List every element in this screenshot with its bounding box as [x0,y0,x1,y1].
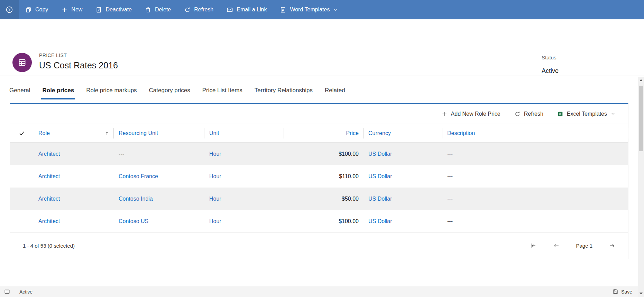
copy-button[interactable]: Copy [19,0,55,19]
delete-button[interactable]: Delete [138,0,177,19]
refresh-label: Refresh [194,7,213,13]
new-label: New [71,7,82,13]
column-header-resourcing-unit[interactable]: Resourcing Unit [114,124,204,142]
status-block: Status Active [542,55,559,75]
email-a-link-label: Email a Link [237,7,267,13]
grid-refresh-button[interactable]: Refresh [507,104,550,124]
word-templates-label: Word Templates [290,7,330,13]
entity-type-label: PRICE LIST [39,52,118,58]
role-link[interactable]: Architect [38,173,60,179]
jump-to-first-icon [530,242,537,249]
role-link[interactable]: Architect [38,196,60,202]
grid-toolbar: Add New Role Price Refresh Excel Templat… [10,104,628,124]
table-row[interactable]: Architect Contoso France Hour $110.00 US… [10,165,628,188]
scroll-down-button[interactable] [638,290,644,297]
chevron-down-icon [610,111,616,116]
form-state-icon [0,289,15,295]
currency-link[interactable]: US Dollar [368,151,392,157]
arrow-left-icon [553,242,560,249]
expand-command-bar-button[interactable] [0,0,19,19]
tab-related[interactable]: Related [325,84,345,99]
new-button[interactable]: New [55,0,89,19]
command-bar: Copy New Deactivate Delete Refresh Email… [0,0,644,19]
excel-templates-button[interactable]: Excel Templates [550,104,623,124]
first-page-button[interactable] [530,242,537,249]
price-list-entity-icon [12,53,32,72]
record-count: 1 - 4 of 53 (0 selected) [23,243,75,249]
word-templates-button[interactable]: Word Templates [273,0,345,19]
resourcing-unit-link[interactable]: Contoso US [119,218,148,224]
status-field-label: Status [542,55,559,60]
unit-link[interactable]: Hour [209,173,221,179]
tab-category-prices[interactable]: Category prices [149,84,190,99]
save-label: Save [621,289,632,295]
add-new-role-price-label: Add New Role Price [451,111,500,117]
currency-link[interactable]: US Dollar [368,196,392,202]
price-cell: $100.00 [284,151,364,157]
role-link[interactable]: Architect [38,218,60,224]
table-row[interactable]: Architect --- Hour $100.00 US Dollar --- [10,143,628,165]
record-state-text: Active [15,289,33,295]
role-link[interactable]: Architect [38,151,60,157]
grid-footer: 1 - 4 of 53 (0 selected) Page 1 [10,232,628,259]
scroll-up-button[interactable] [638,77,644,84]
previous-page-button[interactable] [553,242,560,249]
scrollbar-thumb[interactable] [639,86,643,151]
column-header-description[interactable]: Description [442,124,628,142]
column-header-role[interactable]: Role [34,124,114,142]
tab-price-list-items[interactable]: Price List Items [202,84,242,99]
tab-general[interactable]: General [9,84,30,99]
sort-ascending-icon [104,131,110,136]
deactivate-icon [95,7,102,13]
envelope-icon [227,7,233,13]
column-header-unit[interactable]: Unit [204,124,284,142]
vertical-scrollbar[interactable] [638,77,644,297]
status-bar: Active Save [0,286,644,297]
excel-templates-label: Excel Templates [567,111,607,117]
tab-role-prices[interactable]: Role prices [42,84,74,99]
price-cell: $50.00 [284,196,364,202]
copy-icon [25,7,32,13]
role-prices-grid: Add New Role Price Refresh Excel Templat… [10,103,628,259]
tab-role-price-markups[interactable]: Role price markups [86,84,137,99]
deactivate-button[interactable]: Deactivate [89,0,138,19]
plus-icon [61,7,68,13]
table-row[interactable]: Architect Contoso US Hour $100.00 US Dol… [10,210,628,232]
description-cell: --- [442,196,628,202]
resourcing-unit-link[interactable]: --- [119,151,124,157]
next-page-button[interactable] [608,242,616,249]
status-field-value: Active [542,67,559,75]
circle-chevron-icon [6,6,13,13]
currency-link[interactable]: US Dollar [368,218,392,224]
plus-icon [441,111,448,117]
excel-icon [557,111,563,117]
deactivate-label: Deactivate [105,7,132,13]
email-a-link-button[interactable]: Email a Link [220,0,273,19]
resourcing-unit-link[interactable]: Contoso India [119,196,153,202]
column-header-price[interactable]: Price [284,124,364,142]
resourcing-unit-link[interactable]: Contoso France [119,173,158,179]
tab-territory-relationships[interactable]: Territory Relationships [255,84,313,99]
currency-link[interactable]: US Dollar [368,173,392,179]
arrow-right-icon [608,242,616,249]
description-cell: --- [442,218,628,224]
delete-label: Delete [155,7,171,13]
refresh-button[interactable]: Refresh [177,0,220,19]
grid-body: Architect --- Hour $100.00 US Dollar ---… [10,143,628,232]
chevron-down-icon [333,7,338,12]
table-row[interactable]: Architect Contoso India Hour $50.00 US D… [10,188,628,210]
description-cell: --- [442,173,628,180]
unit-link[interactable]: Hour [209,151,221,157]
price-cell: $110.00 [284,173,364,180]
column-header-currency[interactable]: Currency [364,124,442,142]
checkmark-icon [19,130,25,136]
page-title: US Cost Rates 2016 [39,60,118,70]
refresh-icon [514,111,521,117]
page-number-label: Page 1 [576,243,592,249]
record-header: PRICE LIST US Cost Rates 2016 Status Act… [0,19,644,76]
unit-link[interactable]: Hour [209,196,221,202]
add-new-role-price-button[interactable]: Add New Role Price [434,104,507,124]
select-all-checkmark[interactable] [10,124,34,142]
unit-link[interactable]: Hour [209,218,221,224]
grid-column-headers: Role Resourcing Unit Unit Price Currency… [10,124,628,143]
